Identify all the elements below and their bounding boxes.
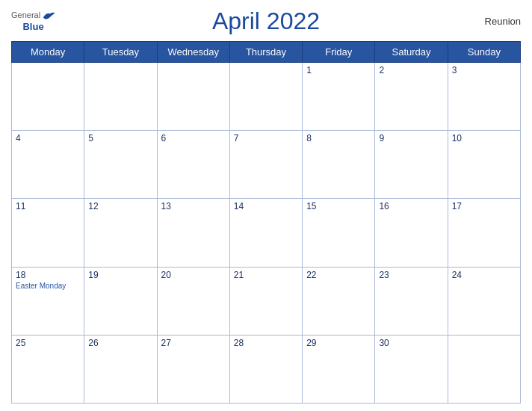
weekday-header-monday: Monday <box>12 42 84 63</box>
day-number: 1 <box>306 65 312 75</box>
calendar-cell <box>84 63 157 131</box>
calendar-cell: 15 <box>303 199 375 267</box>
region-label: Reunion <box>485 16 521 27</box>
calendar-cell: 12 <box>84 199 157 267</box>
day-number: 28 <box>234 338 244 348</box>
calendar-cell: 7 <box>229 131 302 199</box>
weekday-header-row: MondayTuesdayWednesdayThursdayFridaySatu… <box>12 42 521 63</box>
day-number: 4 <box>16 133 21 143</box>
calendar-cell <box>12 63 84 131</box>
day-number: 5 <box>88 133 93 143</box>
day-number: 24 <box>452 270 462 280</box>
calendar-cell: 29 <box>303 335 375 403</box>
calendar-cell: 11 <box>12 199 84 267</box>
logo-general-text: General <box>11 10 40 20</box>
day-number: 12 <box>88 201 98 211</box>
calendar-cell: 1 <box>303 63 375 131</box>
day-number: 17 <box>452 201 462 211</box>
calendar-cell: 21 <box>229 267 302 335</box>
calendar-cell: 26 <box>84 335 157 403</box>
day-number: 23 <box>379 270 389 280</box>
calendar-table: MondayTuesdayWednesdayThursdayFridaySatu… <box>11 41 521 404</box>
day-number: 22 <box>306 270 316 280</box>
week-row-2: 45678910 <box>12 131 521 199</box>
calendar-cell: 20 <box>157 267 229 335</box>
logo-blue-text: Blue <box>22 21 43 33</box>
calendar-cell <box>229 63 302 131</box>
day-number: 18 <box>16 270 25 280</box>
calendar-cell: 14 <box>229 199 302 267</box>
calendar-title: April 2022 <box>212 7 320 35</box>
calendar-cell: 18Easter Monday <box>12 267 84 335</box>
weekday-header-wednesday: Wednesday <box>157 42 229 63</box>
calendar-cell: 19 <box>84 267 157 335</box>
day-number: 6 <box>161 133 167 143</box>
weekday-header-friday: Friday <box>303 42 375 63</box>
calendar-cell: 5 <box>84 131 157 199</box>
calendar-cell: 28 <box>229 335 302 403</box>
weekday-header-sunday: Sunday <box>448 42 520 63</box>
week-row-5: 252627282930 <box>12 335 521 403</box>
day-number: 13 <box>161 201 171 211</box>
day-number: 11 <box>16 201 25 211</box>
day-number: 29 <box>306 338 316 348</box>
day-number: 16 <box>379 201 389 211</box>
day-number: 26 <box>88 338 98 348</box>
weekday-header-saturday: Saturday <box>375 42 448 63</box>
logo-bird-icon <box>42 10 55 21</box>
calendar-header: General Blue April 2022 Reunion <box>11 7 521 35</box>
calendar-cell: 22 <box>303 267 375 335</box>
calendar-cell: 27 <box>157 335 229 403</box>
logo: General Blue <box>11 10 55 33</box>
holiday-label: Easter Monday <box>16 282 80 290</box>
day-number: 15 <box>306 201 316 211</box>
weekday-header-tuesday: Tuesday <box>84 42 157 63</box>
calendar-cell: 16 <box>375 199 448 267</box>
day-number: 2 <box>379 65 384 75</box>
day-number: 27 <box>161 338 171 348</box>
calendar-cell: 24 <box>448 267 520 335</box>
weekday-header-thursday: Thursday <box>229 42 302 63</box>
day-number: 7 <box>234 133 239 143</box>
day-number: 10 <box>452 133 462 143</box>
day-number: 14 <box>234 201 244 211</box>
calendar-cell: 25 <box>12 335 84 403</box>
calendar-cell: 13 <box>157 199 229 267</box>
week-row-4: 18Easter Monday192021222324 <box>12 267 521 335</box>
calendar-cell: 3 <box>448 63 520 131</box>
day-number: 19 <box>88 270 98 280</box>
calendar-cell: 30 <box>375 335 448 403</box>
calendar-cell: 8 <box>303 131 375 199</box>
day-number: 25 <box>16 338 25 348</box>
day-number: 9 <box>379 133 384 143</box>
calendar-cell: 2 <box>375 63 448 131</box>
calendar-cell <box>448 335 520 403</box>
day-number: 20 <box>161 270 171 280</box>
week-row-1: 123 <box>12 63 521 131</box>
day-number: 3 <box>452 65 457 75</box>
day-number: 8 <box>306 133 312 143</box>
calendar-cell <box>157 63 229 131</box>
calendar-cell: 23 <box>375 267 448 335</box>
day-number: 30 <box>379 338 389 348</box>
day-number: 21 <box>234 270 244 280</box>
calendar-cell: 9 <box>375 131 448 199</box>
calendar-cell: 4 <box>12 131 84 199</box>
calendar-cell: 17 <box>448 199 520 267</box>
calendar-cell: 10 <box>448 131 520 199</box>
week-row-3: 11121314151617 <box>12 199 521 267</box>
calendar-cell: 6 <box>157 131 229 199</box>
